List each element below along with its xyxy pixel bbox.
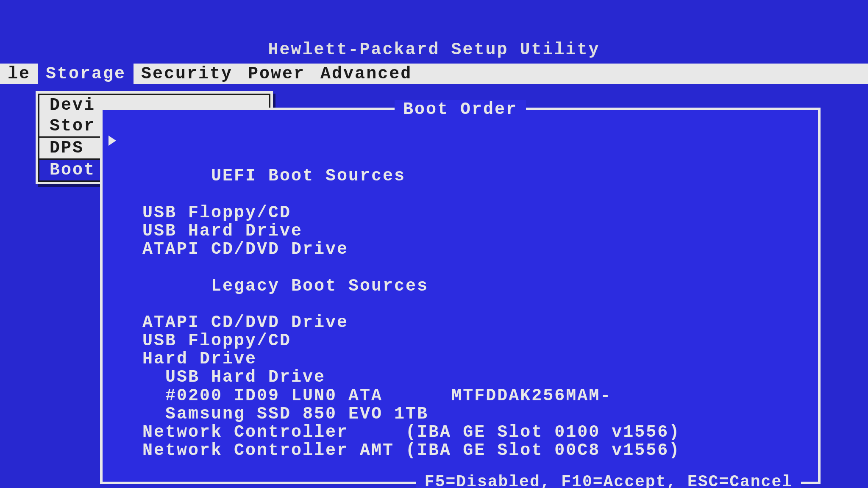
boot-item-label: USB Floppy/CD <box>142 203 291 222</box>
menu-file[interactable]: le <box>0 64 38 84</box>
boot-item-label: Network Controller AMT (IBA GE Slot 00C8… <box>142 441 680 460</box>
menu-storage[interactable]: Storage <box>38 64 134 84</box>
menu-advanced[interactable]: Advanced <box>313 64 420 84</box>
menu-security[interactable]: Security <box>134 64 240 84</box>
boot-item-label: USB Hard Drive <box>142 368 326 387</box>
boot-item[interactable]: Network Controller AMT (IBA GE Slot 00C8… <box>120 441 801 460</box>
menu-bar: le Storage Security Power Advanced <box>0 64 868 84</box>
boot-item[interactable]: USB Floppy/CD <box>120 204 801 222</box>
bios-screen: Hewlett-Packard Setup Utility le Storage… <box>0 0 868 488</box>
boot-item-label: Samsung SSD 850 EVO 1TB <box>142 405 428 424</box>
boot-item[interactable]: Network Controller (IBA GE Slot 0100 v15… <box>120 423 801 441</box>
boot-item[interactable]: ATAPI CD/DVD Drive <box>120 240 801 258</box>
boot-group-label: UEFI Boot Sources <box>211 166 406 186</box>
boot-item-label: Network Controller (IBA GE Slot 0100 v15… <box>142 423 680 442</box>
triangle-right-icon <box>108 136 116 146</box>
page-title: Hewlett-Packard Setup Utility <box>0 36 868 64</box>
boot-group-label: Legacy Boot Sources <box>211 277 428 296</box>
boot-item-label: ATAPI CD/DVD Drive <box>142 240 348 259</box>
boot-group-uefi[interactable]: UEFI Boot Sources <box>120 130 801 204</box>
dialog-title-wrap: Boot Order <box>103 100 818 119</box>
boot-item[interactable]: USB Hard Drive <box>120 222 801 240</box>
boot-item-label: ATAPI CD/DVD Drive <box>142 313 348 332</box>
boot-order-dialog: Boot Order UEFI Boot Sources USB Floppy/… <box>100 108 821 484</box>
boot-list: UEFI Boot Sources USB Floppy/CD USB Hard… <box>103 115 818 477</box>
boot-group-legacy[interactable]: Legacy Boot Sources <box>120 258 801 313</box>
boot-item-label: USB Hard Drive <box>142 222 303 241</box>
boot-item[interactable]: #0200 ID09 LUN0 ATA MTFDDAK256MAM- <box>120 387 801 405</box>
menu-power[interactable]: Power <box>240 64 313 84</box>
boot-item[interactable]: USB Hard Drive <box>120 368 801 386</box>
boot-item-label: USB Floppy/CD <box>142 331 291 350</box>
boot-item-label: Hard Drive <box>142 349 257 369</box>
boot-item[interactable]: Samsung SSD 850 EVO 1TB <box>120 405 801 423</box>
dialog-footer: F5=Disabled, F10=Accept, ESC=Cancel <box>416 473 801 488</box>
dialog-footer-wrap: F5=Disabled, F10=Accept, ESC=Cancel <box>416 473 801 488</box>
dialog-title: Boot Order <box>395 100 526 119</box>
boot-item[interactable]: USB Floppy/CD <box>120 332 801 350</box>
boot-item[interactable]: Hard Drive <box>120 350 801 368</box>
boot-item-label: #0200 ID09 LUN0 ATA MTFDDAK256MAM- <box>142 386 612 405</box>
boot-item[interactable]: ATAPI CD/DVD Drive <box>120 313 801 332</box>
